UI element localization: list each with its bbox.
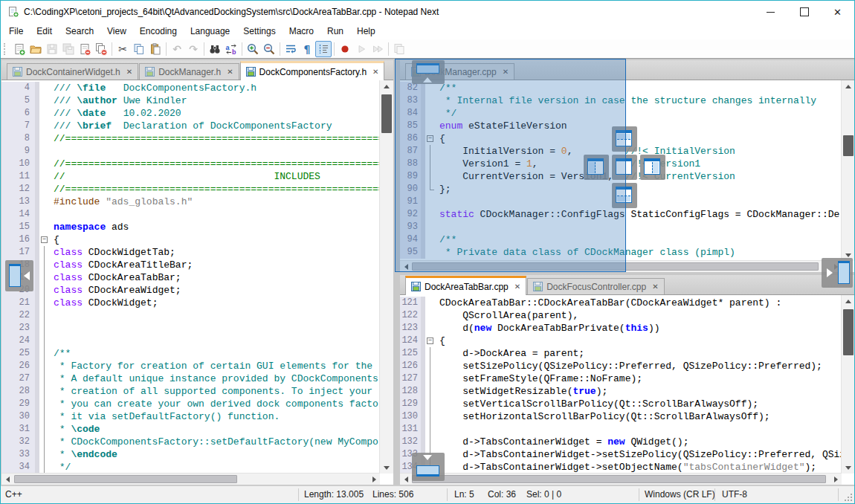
indent-guide-button[interactable] (315, 41, 332, 57)
code-line[interactable]: 30 * it via setDefaultFactory() function… (1, 410, 380, 423)
tab-close-icon[interactable]: ✕ (372, 68, 378, 76)
tab-dockmanager-h[interactable]: DockManager.h✕ (139, 63, 239, 80)
cut-button[interactable]: ✂ (114, 41, 131, 57)
menu-item-file[interactable]: File (2, 24, 30, 39)
code-line[interactable]: 127 setFrameStyle(QFrame::NoFrame); (400, 372, 842, 385)
scroll-up-icon[interactable] (842, 295, 855, 306)
code-line[interactable]: 12//====================================… (1, 183, 380, 196)
minimize-button[interactable] (754, 1, 787, 22)
code-line[interactable]: 23 (1, 322, 380, 335)
menu-item-language[interactable]: Language (184, 24, 236, 39)
code-line[interactable]: 27 * A default unique instance provided … (1, 372, 380, 385)
bottom-right-code-area[interactable]: 121CDockAreaTabBar::CDockAreaTabBar(CDoc… (400, 297, 842, 474)
scroll-up-icon[interactable] (380, 80, 393, 91)
word-wrap-button[interactable] (283, 41, 299, 57)
tab-dockcomponentsfactory-h[interactable]: DockComponentsFactory.h✕ (240, 61, 385, 80)
code-line[interactable]: 20class CDockAreaWidget; (1, 284, 380, 297)
code-line[interactable]: 16−{ (1, 233, 380, 246)
status-encoding[interactable]: UTF-8 (722, 489, 747, 500)
scroll-left-icon[interactable] (1, 474, 13, 485)
menu-item-view[interactable]: View (100, 24, 133, 39)
code-line[interactable]: 33 * \endcode (1, 448, 380, 461)
code-line[interactable]: 131 (400, 423, 842, 436)
close-all-button[interactable] (93, 41, 109, 57)
bottom-right-vertical-scrollbar[interactable] (841, 295, 855, 474)
paste-button[interactable] (147, 41, 164, 57)
scroll-down-icon[interactable] (380, 462, 393, 474)
tab-dockcontainerwidget-h[interactable]: DockContainerWidget.h✕ (7, 63, 138, 80)
code-line[interactable]: 9 (1, 145, 380, 158)
code-line[interactable]: 28 * creation of all supported component… (1, 385, 380, 398)
code-line[interactable]: 130 setHorizontalScrollBarPolicy(Qt::Scr… (400, 410, 842, 423)
autohide-left-indicator[interactable] (5, 260, 33, 291)
code-line[interactable]: 5/// \author Uwe Kindler (1, 94, 380, 107)
code-line[interactable]: 21class CDockWidget; (1, 297, 380, 309)
open-file-button[interactable] (28, 41, 44, 57)
scroll-down-icon[interactable] (842, 462, 855, 474)
scrollbar-thumb[interactable] (843, 309, 854, 355)
menu-item-settings[interactable]: Settings (236, 24, 282, 39)
maximize-button[interactable] (787, 1, 821, 22)
menu-item-macro[interactable]: Macro (283, 24, 320, 39)
close-button[interactable]: ✕ (821, 1, 854, 22)
code-line[interactable]: 6/// \date 10.02.2020 (1, 107, 380, 120)
tab-close-icon[interactable]: ✕ (514, 282, 520, 291)
scroll-up-icon[interactable] (842, 80, 855, 91)
autohide-right-indicator[interactable] (822, 258, 853, 288)
code-line[interactable]: 10//====================================… (1, 158, 380, 170)
tab-close-icon[interactable]: ✕ (126, 68, 132, 76)
code-line[interactable]: 24 (1, 335, 380, 347)
code-line[interactable]: 19class CDockAreaTabBar; (1, 271, 380, 284)
code-line[interactable]: 34 */ (1, 461, 380, 474)
code-line[interactable]: 122 QScrollArea(parent), (400, 309, 842, 322)
dock-right-indicator[interactable] (640, 155, 665, 180)
code-line[interactable]: 15namespace ads (1, 221, 380, 233)
resize-grip[interactable] (843, 492, 852, 501)
code-line[interactable]: 125 d->DockArea = parent; (400, 347, 842, 360)
scroll-right-icon[interactable] (830, 474, 842, 485)
code-line[interactable]: 18class CDockAreaTitleBar; (1, 259, 380, 271)
code-line[interactable]: 132 d->TabsContainerWidget = new QWidget… (400, 436, 842, 448)
code-line[interactable]: 123 d(new DockAreaTabBarPrivate(this)) (400, 322, 842, 335)
code-line[interactable]: 26 * Factory for creation of certain GUI… (1, 360, 380, 372)
code-line[interactable]: 124−{ (400, 335, 842, 347)
tab-dockfocuscontroller-cpp[interactable]: DockFocusController.cpp✕ (527, 278, 664, 294)
code-line[interactable]: 13#include "ads_globals.h" (1, 196, 380, 208)
code-line[interactable]: 25/** (1, 347, 380, 360)
replace-button[interactable]: ab (223, 41, 239, 57)
left-vertical-scrollbar[interactable] (379, 80, 393, 474)
code-line[interactable]: 134 d->TabsContainerWidget->setObjectNam… (400, 461, 842, 474)
scrollbar-thumb[interactable] (14, 475, 237, 483)
code-line[interactable]: 11// INCLUDES (1, 170, 380, 183)
code-line[interactable]: 31 * \code (1, 423, 380, 436)
zoom-in-button[interactable] (245, 41, 261, 57)
status-language[interactable]: C++ (5, 489, 22, 500)
copy-button[interactable] (131, 41, 147, 57)
menu-item-edit[interactable]: Edit (30, 24, 59, 39)
tab-close-icon[interactable]: ✕ (227, 68, 233, 76)
toolbar-grip-handle[interactable] (4, 43, 7, 55)
menu-item-help[interactable]: Help (350, 24, 382, 39)
left-editor[interactable]: 4/// \file DockComponentsFactory.h5/// \… (1, 80, 393, 485)
code-line[interactable]: 7/// \brief Declaration of DockComponent… (1, 120, 380, 132)
scrollbar-thumb[interactable] (843, 135, 854, 156)
autohide-bottom-indicator[interactable] (412, 453, 445, 481)
macro-record-button[interactable] (337, 41, 353, 57)
zoom-out-button[interactable] (261, 41, 277, 57)
show-all-characters-button[interactable]: ¶ (299, 41, 315, 57)
scrollbar-thumb[interactable] (412, 475, 826, 483)
code-line[interactable]: 133 d->TabsContainerWidget->setSizePolic… (400, 448, 842, 461)
code-line[interactable]: 14 (1, 208, 380, 221)
code-line[interactable]: 4/// \file DockComponentsFactory.h (1, 82, 380, 94)
code-line[interactable]: 32 * CDockComponentsFactory::setDefaultF… (1, 436, 380, 448)
tab-close-icon[interactable]: ✕ (652, 282, 658, 291)
bottom-right-horizontal-scrollbar[interactable] (400, 473, 842, 485)
scrollbar-thumb[interactable] (381, 94, 392, 133)
code-line[interactable]: 129 setVerticalScrollBarPolicy(Qt::Scrol… (400, 398, 842, 410)
close-file-button[interactable] (77, 41, 93, 57)
code-line[interactable]: 121CDockAreaTabBar::CDockAreaTabBar(CDoc… (400, 297, 842, 309)
bottom-right-editor[interactable]: 121CDockAreaTabBar::CDockAreaTabBar(CDoc… (400, 295, 855, 485)
find-button[interactable] (207, 41, 223, 57)
tab-dockareatabbar-cpp[interactable]: DockAreaTabBar.cpp✕ (405, 276, 526, 295)
scroll-right-icon[interactable] (369, 474, 380, 485)
